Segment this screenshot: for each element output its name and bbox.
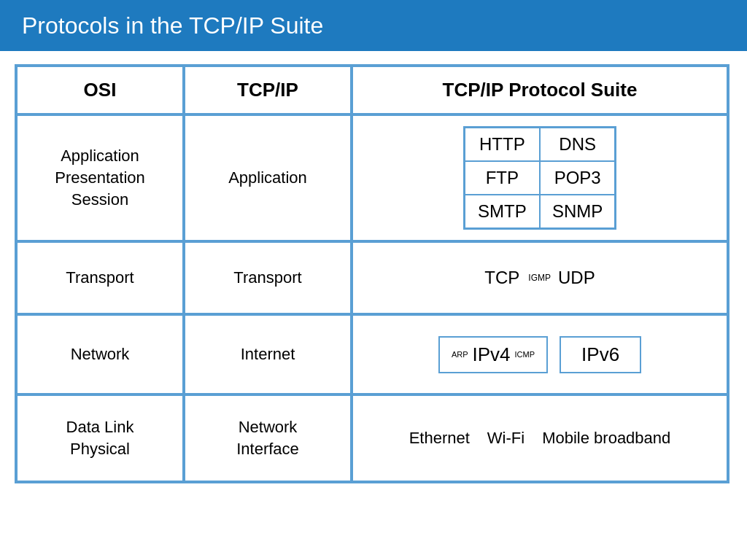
ftp-cell: FTP xyxy=(465,161,540,195)
tcpip-net-interface: Network Interface xyxy=(184,394,352,482)
ipv4-box: ARP IPv4 ICMP xyxy=(438,336,548,373)
suite-transport: TCP IGMP UDP xyxy=(352,241,728,314)
col-header-osi: OSI xyxy=(16,66,184,114)
tcp-label: TCP xyxy=(484,268,519,288)
tcpip-application: Application xyxy=(184,114,352,241)
ipv4-label: IPv4 xyxy=(473,343,511,366)
osi-transport: Transport xyxy=(16,241,184,314)
dns-cell: DNS xyxy=(540,128,615,161)
protocol-grid: OSI TCP/IP TCP/IP Protocol Suite Applica… xyxy=(15,64,729,483)
suite-net-interface: Ethernet Wi-Fi Mobile broadband xyxy=(352,394,728,482)
ethernet-label: Ethernet xyxy=(409,429,470,448)
pop3-cell: POP3 xyxy=(540,161,615,195)
osi-pres-label: Presentation xyxy=(55,168,145,187)
icmp-label: ICMP xyxy=(515,350,535,359)
tcpip-transport: Transport xyxy=(184,241,352,314)
osi-sess-label: Session xyxy=(71,190,128,209)
net-label: Network xyxy=(239,418,298,437)
interface-label: Interface xyxy=(236,440,299,459)
snmp-cell: SNMP xyxy=(540,195,615,228)
igmp-label: IGMP xyxy=(528,273,551,283)
ipv6-label: IPv6 xyxy=(581,343,619,365)
suite-internet: ARP IPv4 ICMP IPv6 xyxy=(352,314,728,394)
wifi-label: Wi-Fi xyxy=(487,429,525,448)
page-header: Protocols in the TCP/IP Suite xyxy=(0,0,747,51)
data-link-label: Data Link xyxy=(66,418,134,437)
mobile-label: Mobile broadband xyxy=(542,429,670,448)
osi-application: Application Presentation Session xyxy=(16,114,184,241)
ipv6-box: IPv6 xyxy=(560,336,641,373)
arp-label: ARP xyxy=(452,350,468,359)
udp-label: UDP xyxy=(558,268,595,288)
app-protocol-box: HTTP DNS FTP POP3 SMTP SNMP xyxy=(463,126,617,230)
osi-network: Network xyxy=(16,314,184,394)
osi-app-label: Application xyxy=(61,147,139,166)
suite-application: HTTP DNS FTP POP3 SMTP SNMP xyxy=(352,114,728,241)
http-cell: HTTP xyxy=(465,128,540,161)
smtp-cell: SMTP xyxy=(465,195,540,228)
main-content: OSI TCP/IP TCP/IP Protocol Suite Applica… xyxy=(0,51,747,497)
col-header-tcpip: TCP/IP xyxy=(184,66,352,114)
page-title: Protocols in the TCP/IP Suite xyxy=(22,12,323,39)
tcpip-internet: Internet xyxy=(184,314,352,394)
physical-label: Physical xyxy=(70,440,130,459)
osi-datalink: Data Link Physical xyxy=(16,394,184,482)
col-header-suite: TCP/IP Protocol Suite xyxy=(352,66,728,114)
